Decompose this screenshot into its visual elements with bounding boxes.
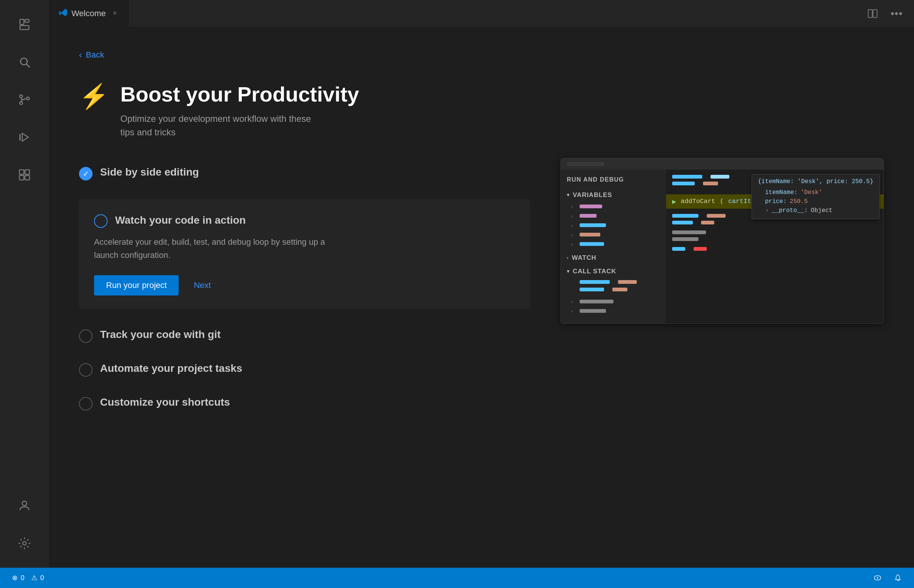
more-actions-button[interactable]: ••• (888, 5, 905, 22)
tab-bar: Welcome × ••• (49, 0, 914, 27)
tooltip-row-2: price: 250.5 (758, 197, 874, 206)
run-project-button[interactable]: Run your project (94, 275, 179, 296)
activity-bar (0, 0, 49, 568)
var-bar-3 (580, 223, 606, 227)
automate-label: Automate your project tasks (100, 362, 242, 375)
activity-icon-run[interactable] (8, 120, 41, 154)
svg-rect-16 (868, 10, 872, 17)
back-chevron-icon: ‹ (79, 50, 82, 60)
svg-point-14 (22, 501, 27, 506)
svg-point-6 (19, 102, 23, 105)
code-bar-2a (672, 182, 695, 185)
expanded-item-actions: Run your project Next (94, 275, 515, 296)
shortcuts-label: Customize your shortcuts (100, 396, 230, 409)
tab-bar-actions: ••• (864, 5, 914, 22)
callstack-bar-1a (580, 280, 610, 284)
variables-label: VARIABLES (573, 191, 612, 199)
debug-tooltip: {itemName: 'Desk', price: 250.5} itemNam… (752, 174, 880, 219)
callstack-chevron: ▾ (567, 268, 570, 274)
var-bar-4 (580, 233, 600, 236)
var-chevron-3: › (571, 223, 577, 228)
remote-status-button[interactable] (870, 572, 885, 583)
watch-header[interactable]: › WATCH (561, 251, 666, 265)
activity-icon-account[interactable] (8, 489, 41, 523)
page-header: ⚡ Boost your Productivity Optimize your … (79, 83, 884, 139)
activity-icon-extensions[interactable] (8, 158, 41, 192)
subtitle-line2: tips and tricks (120, 127, 176, 137)
svg-point-15 (23, 542, 26, 545)
page-subtitle: Optimize your development workflow with … (120, 112, 359, 139)
watch-code-desc: Accelerate your edit, build, test, and d… (94, 235, 515, 262)
remote-icon (874, 574, 882, 582)
code-bar-1b (710, 175, 729, 179)
header-text: Boost your Productivity Optimize your de… (120, 83, 359, 139)
code-line-7 (666, 226, 883, 236)
callstack-bar-1b (618, 280, 637, 284)
var-chevron-5: › (571, 241, 577, 247)
extra-row-1: › (561, 297, 666, 306)
callstack-header[interactable]: ▾ CALL STACK (561, 265, 666, 278)
svg-rect-1 (20, 26, 29, 30)
svg-rect-12 (19, 176, 24, 180)
svg-rect-10 (19, 170, 24, 174)
svg-marker-8 (22, 134, 29, 141)
run-debug-header: RUN AND DEBUG (561, 173, 666, 186)
checkbox-side-by-side: ✓ (79, 167, 92, 181)
activity-icon-source-control[interactable] (8, 83, 41, 116)
checkbox-shortcuts (79, 397, 92, 410)
watch-chevron: › (567, 255, 569, 260)
svg-rect-0 (20, 19, 24, 25)
extra-lines: › › (561, 293, 666, 320)
var-bar-5 (580, 242, 604, 246)
checklist-item-track-git[interactable]: Track your code with git (79, 328, 531, 343)
activity-bar-bottom (8, 489, 41, 568)
checklist-item-shortcuts[interactable]: Customize your shortcuts (79, 396, 531, 410)
checklist-item-side-by-side[interactable]: ✓ Side by side editing (79, 165, 531, 181)
activity-icon-settings[interactable] (8, 527, 41, 560)
main-content: ‹ Back ⚡ Boost your Productivity Optimiz… (49, 27, 914, 568)
back-link-label: Back (86, 50, 104, 60)
expanded-item-header[interactable]: Watch your code in action (94, 213, 515, 228)
split-editor-button[interactable] (864, 5, 881, 22)
error-icon: ⊗ (12, 574, 18, 582)
var-row-4: › (561, 230, 666, 239)
track-git-label: Track your code with git (100, 328, 221, 341)
tab-title: Welcome (71, 9, 106, 18)
svg-rect-17 (873, 10, 877, 17)
variables-section: ▾ VARIABLES › › › (561, 186, 666, 251)
notification-button[interactable] (891, 572, 905, 583)
var-chevron-1: › (571, 204, 577, 209)
debug-layout: RUN AND DEBUG ▾ VARIABLES › (561, 170, 883, 323)
watch-label: WATCH (572, 254, 596, 262)
activity-icon-search[interactable] (8, 45, 41, 79)
side-by-side-label: Side by side editing (100, 165, 199, 179)
tab-welcome[interactable]: Welcome × (49, 0, 129, 27)
tooltip-row-3: › __proto__: Object (758, 206, 874, 215)
content-layout: ✓ Side by side editing Watch your code i… (79, 165, 884, 429)
watch-section: › WATCH (561, 251, 666, 265)
var-row-3: › (561, 221, 666, 230)
activity-icon-explorer[interactable] (8, 8, 41, 41)
var-chevron-2: › (571, 213, 577, 219)
status-errors[interactable]: ⊗ 0 ⚠ 0 (9, 572, 47, 583)
tab-close-button[interactable]: × (110, 8, 120, 19)
svg-point-18 (877, 577, 878, 578)
var-row-2: › (561, 211, 666, 221)
next-button[interactable]: Next (194, 281, 210, 290)
checkbox-watch-code (94, 214, 108, 228)
svg-point-3 (21, 58, 28, 65)
expanded-item-watch-code: Watch your code in action Accelerate you… (79, 199, 531, 309)
debug-panel: RUN AND DEBUG ▾ VARIABLES › (560, 158, 884, 324)
extra-row-2: › (561, 306, 666, 316)
svg-rect-13 (25, 176, 30, 180)
callstack-row-2 (561, 286, 666, 293)
back-link[interactable]: ‹ Back (79, 50, 884, 60)
variables-header[interactable]: ▾ VARIABLES (561, 188, 666, 202)
checklist: ✓ Side by side editing Watch your code i… (79, 165, 531, 429)
svg-point-5 (19, 95, 23, 98)
callstack-bar-2a (580, 288, 604, 291)
status-right (870, 572, 905, 583)
svg-rect-2 (25, 19, 29, 23)
checklist-item-automate[interactable]: Automate your project tasks (79, 362, 531, 377)
error-count: 0 (21, 574, 24, 582)
